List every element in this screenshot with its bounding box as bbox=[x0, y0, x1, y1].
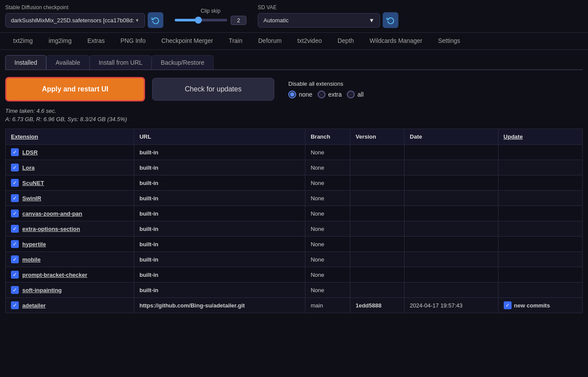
ext-cell: ✓ soft-inpainting bbox=[6, 283, 134, 298]
ext-branch: None bbox=[305, 145, 350, 160]
ext-checkbox[interactable]: ✓ bbox=[11, 179, 19, 187]
ext-version bbox=[350, 175, 404, 191]
ext-checkbox[interactable]: ✓ bbox=[11, 286, 19, 294]
sd-vae-dropdown[interactable]: Automatic ▼ bbox=[258, 13, 380, 28]
ext-url: built-in bbox=[134, 175, 305, 191]
ext-checkbox[interactable]: ✓ bbox=[11, 148, 19, 156]
tab-deforum[interactable]: Deforum bbox=[250, 33, 290, 49]
ext-branch: main bbox=[305, 298, 350, 313]
radio-extra[interactable]: extra bbox=[318, 91, 342, 98]
disable-extensions-section: Disable all extensions none extra all bbox=[288, 80, 363, 98]
table-row: ✓ hypertile built-inNone bbox=[6, 237, 583, 252]
ext-version bbox=[350, 191, 404, 206]
vae-dropdown-row: Automatic ▼ bbox=[258, 12, 398, 28]
ext-date bbox=[405, 175, 498, 191]
ext-date bbox=[405, 252, 498, 267]
ext-checkbox[interactable]: ✓ bbox=[11, 271, 19, 279]
ext-version bbox=[350, 283, 404, 298]
ext-update bbox=[498, 160, 582, 175]
col-branch: Branch bbox=[305, 129, 350, 145]
ext-name-text: ScuNET bbox=[22, 180, 44, 186]
ext-branch: None bbox=[305, 191, 350, 206]
radio-none-label: none bbox=[299, 91, 312, 98]
ext-date bbox=[405, 206, 498, 221]
ext-cell: ✓ SwinIR bbox=[6, 191, 134, 206]
new-commits-label: new commits bbox=[514, 302, 550, 309]
tab-settings[interactable]: Settings bbox=[430, 33, 468, 49]
ext-branch: None bbox=[305, 175, 350, 191]
ext-branch: None bbox=[305, 237, 350, 252]
ext-name-text: prompt-bracket-checker bbox=[22, 272, 87, 278]
apply-restart-button[interactable]: Apply and restart UI bbox=[5, 77, 145, 101]
tab-checkpoint-merger[interactable]: Checkpoint Merger bbox=[153, 33, 221, 49]
chevron-down-icon: ▼ bbox=[135, 18, 139, 23]
chevron-down-icon: ▼ bbox=[369, 17, 374, 24]
radio-none[interactable]: none bbox=[288, 91, 312, 98]
ext-update bbox=[498, 267, 582, 283]
extensions-table: Extension URL Branch Version Date Update… bbox=[5, 129, 583, 313]
ext-url: built-in bbox=[134, 267, 305, 283]
ext-update bbox=[498, 221, 582, 237]
sub-tab-backup-restore[interactable]: Backup/Restore bbox=[152, 55, 214, 70]
ext-branch: None bbox=[305, 206, 350, 221]
ext-cell: ✓ mobile bbox=[6, 252, 134, 267]
sd-vae-label: SD VAE bbox=[258, 4, 398, 10]
tab-txt2video[interactable]: txt2video bbox=[290, 33, 330, 49]
check-updates-button[interactable]: Check for updates bbox=[152, 78, 274, 101]
sub-tab-install-from-url[interactable]: Install from URL bbox=[90, 55, 152, 70]
clip-skip-slider[interactable] bbox=[175, 19, 227, 21]
sub-tab-available[interactable]: Available bbox=[46, 55, 90, 70]
radio-none-circle bbox=[288, 91, 296, 98]
ext-name-text: canvas-zoom-and-pan bbox=[22, 210, 82, 217]
ext-url: built-in bbox=[134, 206, 305, 221]
ext-date bbox=[405, 221, 498, 237]
ext-checkbox[interactable]: ✓ bbox=[11, 194, 19, 202]
ext-branch: None bbox=[305, 221, 350, 237]
update-checkbox[interactable]: ✓ bbox=[504, 301, 512, 309]
radio-all[interactable]: all bbox=[347, 91, 363, 98]
ext-checkbox[interactable]: ✓ bbox=[11, 225, 19, 233]
tab-extras[interactable]: Extras bbox=[80, 33, 113, 49]
table-row: ✓ SwinIR built-inNone bbox=[6, 191, 583, 206]
table-row: ✓ LDSR built-inNone bbox=[6, 145, 583, 160]
checkpoint-dropdown[interactable]: darkSushiMixMix_225D.safetensors [cca17b… bbox=[5, 13, 145, 28]
ext-checkbox[interactable]: ✓ bbox=[11, 164, 19, 171]
tab-wildcards-manager[interactable]: Wildcards Manager bbox=[362, 33, 430, 49]
ext-branch: None bbox=[305, 160, 350, 175]
ext-date bbox=[405, 267, 498, 283]
ext-update bbox=[498, 145, 582, 160]
col-version: Version bbox=[350, 129, 404, 145]
tab-png-info[interactable]: PNG Info bbox=[113, 33, 154, 49]
sub-tab-installed[interactable]: Installed bbox=[5, 55, 46, 70]
radio-extra-label: extra bbox=[328, 91, 342, 98]
ext-date bbox=[405, 283, 498, 298]
ext-url: built-in bbox=[134, 160, 305, 175]
ext-cell: ✓ prompt-bracket-checker bbox=[6, 267, 134, 283]
ext-cell: ✓ extra-options-section bbox=[6, 221, 134, 237]
ext-name-text: mobile bbox=[22, 256, 41, 263]
content-area: Apply and restart UI Check for updates D… bbox=[0, 70, 588, 320]
top-bar: Stable Diffusion checkpoint darkSushiMix… bbox=[0, 0, 588, 33]
memory-status: A: 6.73 GB, R: 6.96 GB, Sys: 8.3/24 GB (… bbox=[5, 116, 583, 122]
tab-img2img[interactable]: img2img bbox=[41, 33, 80, 49]
tab-txt2img[interactable]: txt2img bbox=[5, 33, 41, 49]
table-row: ✓ Lora built-inNone bbox=[6, 160, 583, 175]
ext-checkbox[interactable]: ✓ bbox=[11, 301, 19, 309]
ext-checkbox[interactable]: ✓ bbox=[11, 240, 19, 248]
ext-checkbox[interactable]: ✓ bbox=[11, 255, 19, 263]
ext-name-text: extra-options-section bbox=[22, 226, 80, 232]
ext-branch: None bbox=[305, 267, 350, 283]
table-row: ✓ mobile built-inNone bbox=[6, 252, 583, 267]
table-row: ✓ extra-options-section built-inNone bbox=[6, 221, 583, 237]
ext-url: https://github.com/Bing-su/adetailer.git bbox=[134, 298, 305, 313]
vae-refresh-button[interactable] bbox=[383, 12, 398, 28]
checkpoint-refresh-button[interactable] bbox=[148, 12, 163, 28]
ext-cell: ✓ adetailer bbox=[6, 298, 134, 313]
tab-depth[interactable]: Depth bbox=[330, 33, 362, 49]
ext-date bbox=[405, 160, 498, 175]
ext-version: 1edd5888 bbox=[350, 298, 404, 313]
ext-checkbox[interactable]: ✓ bbox=[11, 209, 19, 217]
tab-train[interactable]: Train bbox=[221, 33, 250, 49]
ext-date bbox=[405, 191, 498, 206]
table-row: ✓ adetailer https://github.com/Bing-su/a… bbox=[6, 298, 583, 313]
